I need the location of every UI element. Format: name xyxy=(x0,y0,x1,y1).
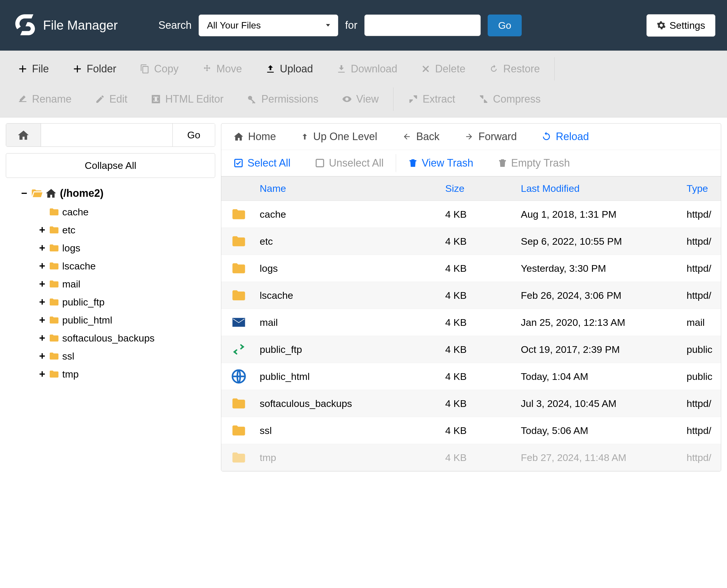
row-type: httpd/ xyxy=(683,425,721,436)
tree-item[interactable]: +softaculous_backups xyxy=(38,329,215,347)
row-type: httpd/ xyxy=(683,452,721,463)
folder-icon xyxy=(49,315,59,325)
table-row[interactable]: mail4 KBJan 25, 2020, 12:13 AMmail xyxy=(221,309,721,336)
col-size-header[interactable]: Size xyxy=(442,183,517,194)
expand-icon[interactable]: + xyxy=(38,224,46,236)
nav-back-button[interactable]: Back xyxy=(389,124,451,150)
settings-button[interactable]: Settings xyxy=(646,14,715,37)
tree-root[interactable]: − (/home2) xyxy=(20,187,215,200)
search-area: Search All Your Files for Go xyxy=(159,15,522,36)
transfer-icon xyxy=(231,342,246,357)
nav-reload-label: Reload xyxy=(556,130,589,143)
gear-icon xyxy=(657,21,666,30)
nav-home-button[interactable]: Home xyxy=(221,124,288,150)
move-button[interactable]: Move xyxy=(190,58,254,80)
row-type: httpd/ xyxy=(683,236,721,247)
row-modified: Feb 26, 2024, 3:06 PM xyxy=(517,290,683,301)
svg-rect-1 xyxy=(316,159,324,167)
search-scope-select[interactable]: All Your Files xyxy=(199,15,338,36)
folder-icon xyxy=(231,234,246,249)
expand-icon[interactable]: + xyxy=(38,332,46,344)
expand-icon[interactable]: + xyxy=(38,296,46,308)
table-row[interactable]: etc4 KBSep 6, 2022, 10:55 PMhttpd/ xyxy=(221,228,721,255)
collapse-icon[interactable]: − xyxy=(20,187,28,200)
row-name: etc xyxy=(256,236,442,247)
row-modified: Yesterday, 3:30 PM xyxy=(517,263,683,274)
tree-item-label: softaculous_backups xyxy=(62,333,155,344)
expand-icon[interactable]: + xyxy=(38,242,46,254)
table-row[interactable]: softaculous_backups4 KBJul 3, 2024, 10:4… xyxy=(221,390,721,417)
expand-icon[interactable]: + xyxy=(38,350,46,362)
nav-forward-button[interactable]: Forward xyxy=(451,124,529,150)
tree-item[interactable]: +tmp xyxy=(38,365,215,383)
copy-icon xyxy=(140,64,150,74)
row-modified: Aug 1, 2018, 1:31 PM xyxy=(517,209,683,220)
search-input[interactable] xyxy=(364,15,481,36)
empty-trash-button[interactable]: Empty Trash xyxy=(486,150,582,176)
tree-item[interactable]: +public_ftp xyxy=(38,293,215,311)
table-row[interactable]: public_ftp4 KBOct 19, 2017, 2:39 PMpubli… xyxy=(221,336,721,363)
delete-button[interactable]: Delete xyxy=(409,58,477,80)
row-icon xyxy=(221,342,256,357)
empty-trash-label: Empty Trash xyxy=(511,157,570,169)
unselect-all-button[interactable]: Unselect All xyxy=(303,150,396,176)
compress-button[interactable]: Compress xyxy=(467,88,552,110)
nav-forward-label: Forward xyxy=(478,130,517,143)
table-row[interactable]: ssl4 KBToday, 5:06 AMhttpd/ xyxy=(221,417,721,444)
folder-icon xyxy=(49,333,59,343)
tree-home-button[interactable] xyxy=(6,124,41,146)
expand-icon[interactable]: + xyxy=(38,278,46,290)
col-name-header[interactable]: Name xyxy=(256,183,442,194)
html-editor-button[interactable]: HTML Editor xyxy=(139,88,235,110)
rename-icon xyxy=(17,94,28,104)
tree-item[interactable]: +lscache xyxy=(38,257,215,275)
row-modified: Feb 27, 2024, 11:48 AM xyxy=(517,452,683,463)
table-row[interactable]: cache4 KBAug 1, 2018, 1:31 PMhttpd/ xyxy=(221,201,721,228)
nav-up-button[interactable]: Up One Level xyxy=(288,124,389,150)
tree-item[interactable]: cache xyxy=(38,203,215,221)
expand-icon[interactable]: + xyxy=(38,368,46,380)
permissions-button[interactable]: Permissions xyxy=(235,88,330,110)
tree-item[interactable]: +mail xyxy=(38,275,215,293)
view-button[interactable]: View xyxy=(330,88,390,110)
row-icon xyxy=(221,396,256,411)
download-button[interactable]: Download xyxy=(325,58,409,80)
row-icon xyxy=(221,315,256,330)
tree-item[interactable]: +ssl xyxy=(38,347,215,365)
tree-item-label: cache xyxy=(62,206,89,218)
tree-item[interactable]: +logs xyxy=(38,239,215,257)
table-row[interactable]: tmp4 KBFeb 27, 2024, 11:48 AMhttpd/ xyxy=(221,444,721,471)
table-row[interactable]: lscache4 KBFeb 26, 2024, 3:06 PMhttpd/ xyxy=(221,282,721,309)
app-title: File Manager xyxy=(43,18,118,33)
col-modified-header[interactable]: Last Modified xyxy=(517,183,683,194)
tree-item[interactable]: +public_html xyxy=(38,311,215,329)
trash-icon xyxy=(408,158,418,168)
collapse-all-button[interactable]: Collapse All xyxy=(6,153,215,178)
select-all-button[interactable]: Select All xyxy=(221,150,303,176)
rename-button[interactable]: Rename xyxy=(6,88,83,110)
search-go-button[interactable]: Go xyxy=(488,15,522,36)
edit-button[interactable]: Edit xyxy=(83,88,139,110)
extract-icon xyxy=(408,94,419,104)
restore-button[interactable]: Restore xyxy=(477,58,551,80)
tree-path-input[interactable] xyxy=(41,124,173,146)
row-type: httpd/ xyxy=(683,209,721,220)
table-row[interactable]: public_html4 KBToday, 1:04 AMpublic xyxy=(221,363,721,390)
table-row[interactable]: logs4 KBYesterday, 3:30 PMhttpd/ xyxy=(221,255,721,282)
nav-reload-button[interactable]: Reload xyxy=(529,124,601,150)
extract-button[interactable]: Extract xyxy=(396,88,467,110)
view-trash-button[interactable]: View Trash xyxy=(396,150,485,176)
extract-label: Extract xyxy=(423,93,455,105)
expand-icon[interactable]: + xyxy=(38,314,46,326)
expand-icon[interactable]: + xyxy=(38,260,46,272)
new-file-button[interactable]: File xyxy=(6,58,60,80)
tree-go-button[interactable]: Go xyxy=(173,124,215,146)
copy-button[interactable]: Copy xyxy=(128,58,190,80)
folder-icon xyxy=(231,288,246,303)
square-icon xyxy=(315,158,325,168)
upload-button[interactable]: Upload xyxy=(254,58,325,80)
reload-icon xyxy=(541,131,552,142)
col-type-header[interactable]: Type xyxy=(683,183,721,194)
tree-item[interactable]: +etc xyxy=(38,221,215,239)
new-folder-button[interactable]: Folder xyxy=(60,58,128,80)
